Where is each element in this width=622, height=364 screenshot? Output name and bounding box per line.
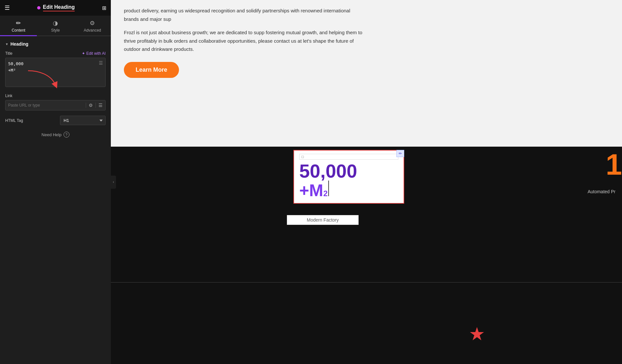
ai-sparkle-icon: ✦: [82, 51, 85, 56]
content-tab-icon: ✏: [16, 20, 21, 27]
panel-title: Edit Heading: [37, 4, 75, 11]
heading-sup-text: 2: [323, 189, 328, 198]
left-panel: ☰ Edit Heading ⊞ ✏ Content ◑ Style ⚙ Adv…: [0, 0, 111, 364]
collapse-handle[interactable]: ‹: [111, 176, 116, 189]
html-tag-select[interactable]: H1 H2 H3 H4 H5 H6 div span p: [60, 116, 106, 125]
tab-style-label: Style: [51, 28, 60, 33]
canvas-bottom: □ ✏ 50,000 +M2 Modern Factory 1 Automate…: [111, 147, 622, 364]
tab-content[interactable]: ✏ Content: [0, 16, 37, 36]
canvas-top-text: product delivery, earning us widespread …: [124, 7, 365, 53]
section-arrow-icon: ▼: [5, 42, 8, 46]
tabs-bar: ✏ Content ◑ Style ⚙ Advanced: [0, 16, 111, 36]
right-canvas: product delivery, earning us widespread …: [111, 0, 622, 364]
top-paragraph-2: Frozl is not just about business growth;…: [124, 28, 365, 53]
link-stack-icon[interactable]: ☰: [96, 103, 105, 108]
link-input[interactable]: [6, 100, 86, 110]
need-help[interactable]: Need Help ?: [5, 132, 106, 138]
grid-icon[interactable]: ⊞: [102, 5, 106, 11]
style-tab-icon: ◑: [53, 20, 58, 27]
learn-more-button[interactable]: Learn More: [124, 62, 179, 78]
top-paragraph-1: product delivery, earning us widespread …: [124, 7, 365, 23]
section-divider: [111, 282, 622, 283]
help-circle-icon: ?: [64, 132, 69, 138]
right-partial-heading: 1: [606, 150, 622, 179]
tab-advanced-label: Advanced: [84, 28, 101, 33]
panel-title-text: Edit Heading: [43, 4, 75, 11]
advanced-tab-icon: ⚙: [90, 20, 95, 27]
dot-icon: [37, 6, 40, 9]
tab-advanced[interactable]: ⚙ Advanced: [74, 16, 111, 36]
html-tag-label: HTML Tag: [5, 118, 23, 123]
section-heading: ▼ Heading: [5, 41, 106, 47]
title-textarea-wrapper: 50,000 +M² ☰: [5, 58, 106, 88]
html-tag-row: HTML Tag H1 H2 H3 H4 H5 H6 div span p: [5, 116, 106, 125]
cursor-line: [328, 181, 329, 196]
panel-header: ☰ Edit Heading ⊞: [0, 0, 111, 16]
widget-handle-icon: □: [302, 155, 304, 159]
heading-text-sub: +M2: [299, 181, 398, 200]
tab-content-label: Content: [12, 28, 25, 33]
automated-pr-label: Automated Pr: [587, 189, 615, 194]
heading-widget[interactable]: □ ✏ 50,000 +M2: [293, 150, 404, 204]
widget-handle: □: [299, 154, 398, 160]
stack-icon[interactable]: ☰: [99, 60, 103, 66]
heading-text-large: 50,000: [299, 162, 398, 181]
title-label: Title: [5, 51, 12, 56]
canvas-top: product delivery, earning us widespread …: [111, 0, 622, 147]
link-field-container: Link ⚙ ☰: [5, 94, 106, 110]
widget-edit-button[interactable]: ✏: [396, 150, 404, 157]
link-label: Link: [5, 94, 12, 98]
link-settings-icon[interactable]: ⚙: [86, 103, 96, 108]
need-help-label: Need Help: [41, 132, 61, 137]
title-textarea[interactable]: 50,000 +M²: [5, 58, 106, 87]
title-field-row: Title ✦ Edit with AI: [5, 51, 106, 56]
link-input-row: ⚙ ☰: [5, 100, 106, 110]
hamburger-icon[interactable]: ☰: [5, 4, 10, 11]
edit-ai-label: Edit with AI: [86, 51, 106, 56]
section-label: Heading: [10, 41, 28, 47]
edit-with-ai-button[interactable]: ✦ Edit with AI: [82, 51, 106, 56]
red-star-icon: ★: [469, 323, 485, 344]
link-label-row: Link: [5, 94, 106, 98]
modern-factory-label: Modern Factory: [287, 215, 359, 225]
panel-content: ▼ Heading Title ✦ Edit with AI 50,000 +M…: [0, 36, 111, 364]
heading-sub-text: +M: [299, 181, 323, 200]
tab-style[interactable]: ◑ Style: [37, 16, 74, 36]
